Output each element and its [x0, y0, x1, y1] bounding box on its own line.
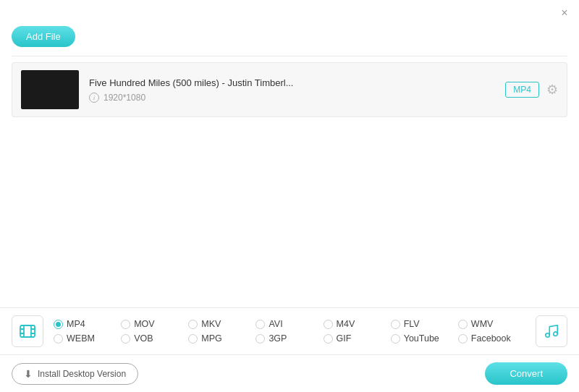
format-option-wmv[interactable]: WMV: [458, 319, 525, 329]
radio-youtube: [391, 334, 400, 344]
format-option-gif[interactable]: GIF: [324, 333, 391, 344]
format-option-youtube[interactable]: YouTube: [391, 333, 458, 344]
format-option-m4v[interactable]: M4V: [324, 319, 391, 329]
radio-mp4: [54, 320, 63, 329]
format-label-wmv: WMV: [471, 319, 494, 329]
file-meta: i 1920*1080: [89, 93, 505, 103]
radio-flv: [391, 320, 400, 329]
file-thumbnail: [21, 70, 79, 109]
format-grid: MP4MOVMKVAVIM4VFLVWMVWEBMVOBMPG3GPGIFYou…: [54, 319, 525, 344]
radio-m4v: [324, 320, 333, 329]
format-section: MP4MOVMKVAVIM4VFLVWMVWEBMVOBMPG3GPGIFYou…: [0, 308, 579, 355]
format-label-mkv: MKV: [201, 319, 221, 329]
file-info: Five Hundred Miles (500 miles) - Justin …: [79, 77, 505, 103]
format-label-mp4: MP4: [67, 319, 85, 329]
format-label-mpg: MPG: [201, 333, 221, 344]
radio-wmv: [458, 320, 468, 329]
install-label: Install Desktop Version: [38, 369, 126, 379]
format-label-avi: AVI: [269, 319, 282, 329]
svg-rect-0: [20, 325, 35, 337]
format-label-flv: FLV: [404, 319, 420, 329]
format-option-vob[interactable]: VOB: [121, 333, 188, 344]
audio-format-icon-container[interactable]: [536, 315, 567, 347]
radio-vob: [121, 334, 130, 344]
add-file-button[interactable]: Add File: [12, 26, 75, 47]
radio-facebook: [458, 334, 468, 344]
format-option-3gp[interactable]: 3GP: [255, 333, 323, 344]
format-option-mpg[interactable]: MPG: [188, 333, 255, 344]
radio-avi: [255, 320, 265, 329]
format-label-youtube: YouTube: [404, 333, 439, 344]
format-label-gif: GIF: [337, 333, 352, 344]
format-label-3gp: 3GP: [269, 333, 287, 344]
file-actions: MP4 ⚙: [505, 82, 558, 98]
action-bar: ⬇ Install Desktop Version Convert: [0, 355, 579, 392]
format-option-facebook[interactable]: Facebook: [458, 333, 525, 344]
file-title: Five Hundred Miles (500 miles) - Justin …: [89, 77, 505, 88]
format-label-mov: MOV: [134, 319, 154, 329]
format-option-flv[interactable]: FLV: [391, 319, 458, 329]
download-icon: ⬇: [24, 368, 33, 380]
radio-webm: [54, 334, 63, 344]
format-label-vob: VOB: [134, 333, 153, 344]
info-icon[interactable]: i: [89, 93, 99, 103]
file-item: Five Hundred Miles (500 miles) - Justin …: [12, 62, 567, 117]
format-label-m4v: M4V: [337, 319, 355, 329]
format-label-facebook: Facebook: [471, 333, 511, 344]
close-button[interactable]: ×: [559, 7, 570, 19]
convert-button[interactable]: Convert: [485, 362, 567, 385]
format-option-mp4[interactable]: MP4: [54, 319, 121, 329]
radio-mov: [121, 320, 130, 329]
svg-point-7: [546, 333, 550, 338]
settings-icon[interactable]: ⚙: [546, 82, 558, 98]
radio-mpg: [188, 334, 198, 344]
install-button[interactable]: ⬇ Install Desktop Version: [12, 363, 138, 385]
content-area: [0, 123, 579, 268]
format-option-avi[interactable]: AVI: [255, 319, 323, 329]
music-icon: [544, 323, 559, 339]
toolbar: Add File: [0, 26, 579, 56]
radio-gif: [324, 334, 333, 344]
film-icon: [19, 323, 36, 340]
title-bar: ×: [0, 0, 579, 26]
file-resolution: 1920*1080: [103, 93, 145, 103]
radio-3gp: [255, 334, 265, 344]
video-format-icon-container[interactable]: [12, 315, 43, 347]
svg-point-8: [554, 332, 558, 336]
file-list: Five Hundred Miles (500 miles) - Justin …: [0, 56, 579, 123]
format-option-mkv[interactable]: MKV: [188, 319, 255, 329]
bottom-bar: MP4MOVMKVAVIM4VFLVWMVWEBMVOBMPG3GPGIFYou…: [0, 307, 579, 392]
format-badge[interactable]: MP4: [505, 82, 539, 98]
format-label-webm: WEBM: [67, 333, 95, 344]
radio-mkv: [188, 320, 198, 329]
format-option-mov[interactable]: MOV: [121, 319, 188, 329]
format-option-webm[interactable]: WEBM: [54, 333, 121, 344]
